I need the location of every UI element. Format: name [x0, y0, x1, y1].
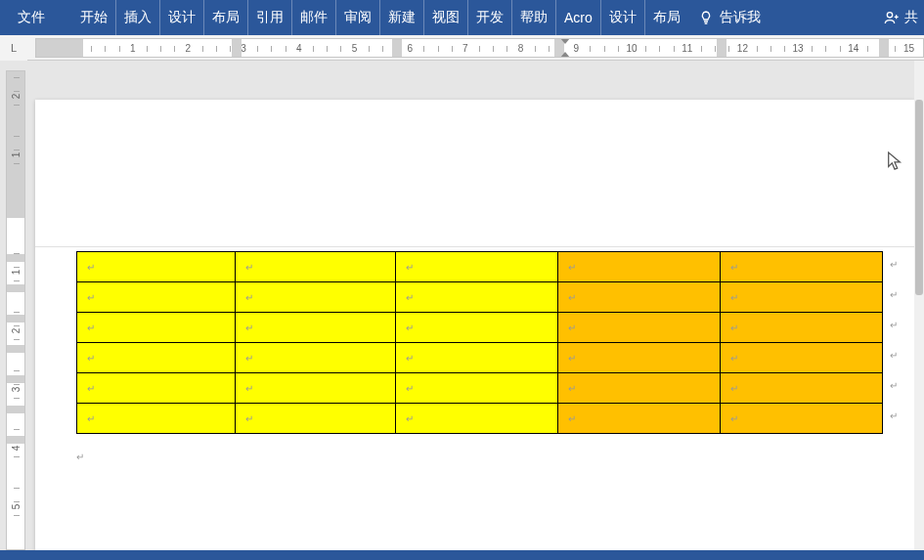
horizontal-ruler[interactable]: 123456789101112131415	[35, 38, 924, 58]
table-cell[interactable]: ↵	[236, 404, 396, 434]
tab-table-design[interactable]: 设计	[601, 0, 645, 35]
table-cell[interactable]: ↵	[236, 343, 396, 373]
tab-view[interactable]: 视图	[424, 0, 468, 35]
ruler-tick: 12	[737, 39, 747, 57]
table-cell[interactable]: ↵	[396, 282, 558, 313]
paragraph-mark: ↵	[406, 383, 414, 394]
paragraph-mark: ↵	[568, 292, 576, 303]
vertical-ruler[interactable]: 2112345	[6, 70, 25, 550]
table-cell[interactable]: ↵	[721, 313, 883, 343]
vertical-scrollbar[interactable]	[914, 61, 924, 550]
table-cell[interactable]: ↵	[558, 373, 721, 404]
spacer	[63, 0, 72, 35]
paragraph-mark: ↵	[730, 383, 738, 394]
paragraph-mark: ↵	[87, 262, 95, 273]
tab-home[interactable]: 开始	[72, 0, 116, 35]
table-cell[interactable]: ↵	[236, 282, 396, 313]
table-row[interactable]: ↵↵↵↵↵	[77, 282, 883, 313]
tab-file[interactable]: 文件	[0, 0, 63, 35]
table-cell[interactable]: ↵	[396, 343, 558, 373]
table-cell[interactable]: ↵	[77, 252, 236, 282]
svg-point-0	[887, 13, 892, 18]
document-page[interactable]: ↵↵↵↵↵↵↵↵↵↵↵↵↵↵↵↵↵↵↵↵↵↵↵↵↵↵↵↵↵↵ ↵ ↵↵↵↵↵↵	[35, 100, 914, 550]
ruler-tick: 9	[571, 39, 581, 57]
paragraph-mark: ↵	[245, 292, 253, 303]
table-row[interactable]: ↵↵↵↵↵	[77, 313, 883, 343]
table-cell[interactable]: ↵	[721, 252, 883, 282]
tab-developer[interactable]: 开发	[468, 0, 512, 35]
table-cell[interactable]: ↵	[77, 282, 236, 313]
paragraph-mark: ↵	[730, 292, 738, 303]
table-cell[interactable]: ↵	[236, 373, 396, 404]
ruler-tick: 14	[849, 39, 858, 57]
tab-selector[interactable]: L	[0, 35, 27, 61]
table-cell[interactable]: ↵	[721, 282, 883, 313]
row-end-mark: ↵	[890, 410, 898, 421]
ruler-tick: 5	[350, 39, 360, 57]
table-cell[interactable]: ↵	[396, 373, 558, 404]
tab-layout[interactable]: 布局	[204, 0, 248, 35]
lightbulb-icon	[698, 10, 714, 25]
paragraph-mark: ↵	[87, 292, 95, 303]
table-cell[interactable]: ↵	[721, 404, 883, 434]
scrollbar-thumb[interactable]	[915, 100, 923, 295]
paragraph-mark: ↵	[406, 323, 414, 333]
table-cell[interactable]: ↵	[77, 343, 236, 373]
paragraph-mark: ↵	[87, 353, 95, 364]
table-cell[interactable]: ↵	[558, 343, 721, 373]
ruler-tick: 13	[793, 39, 803, 57]
tab-design[interactable]: 设计	[160, 0, 204, 35]
tab-references[interactable]: 引用	[248, 0, 292, 35]
table-cell[interactable]: ↵	[396, 404, 558, 434]
ruler-tick: 8	[516, 39, 526, 57]
paragraph-mark: ↵	[730, 262, 738, 273]
row-end-mark: ↵	[890, 320, 898, 330]
paragraph-mark: ↵	[76, 452, 84, 462]
document-table[interactable]: ↵↵↵↵↵↵↵↵↵↵↵↵↵↵↵↵↵↵↵↵↵↵↵↵↵↵↵↵↵↵	[76, 251, 883, 434]
ruler-tick: 11	[682, 39, 692, 57]
table-cell[interactable]: ↵	[77, 373, 236, 404]
table-cell[interactable]: ↵	[558, 252, 721, 282]
row-end-mark: ↵	[890, 289, 898, 300]
paragraph-mark: ↵	[245, 413, 253, 424]
table-cell[interactable]: ↵	[396, 252, 558, 282]
ruler-tick: 6	[405, 39, 415, 57]
tab-insert[interactable]: 插入	[116, 0, 160, 35]
table-cell[interactable]: ↵	[77, 404, 236, 434]
table-cell[interactable]: ↵	[558, 313, 721, 343]
tab-acrobat[interactable]: Acro	[556, 0, 601, 35]
tell-me-label: 告诉我	[720, 9, 761, 26]
table-row[interactable]: ↵↵↵↵↵	[77, 373, 883, 404]
table-row[interactable]: ↵↵↵↵↵	[77, 343, 883, 373]
document-workspace: 2112345 ↵↵↵↵↵↵↵↵↵↵↵↵↵↵↵↵↵↵↵↵↵↵↵↵↵↵↵↵↵↵ ↵…	[0, 61, 924, 550]
table-cell[interactable]: ↵	[721, 373, 883, 404]
table-cell[interactable]: ↵	[558, 404, 721, 434]
tell-me-search[interactable]: 告诉我	[688, 0, 770, 35]
table-cell[interactable]: ↵	[236, 252, 396, 282]
paragraph-mark: ↵	[730, 323, 738, 333]
share-icon	[884, 10, 900, 25]
tab-new[interactable]: 新建	[380, 0, 424, 35]
table-cell[interactable]: ↵	[77, 313, 236, 343]
tab-review[interactable]: 审阅	[336, 0, 380, 35]
paragraph-mark: ↵	[87, 323, 95, 333]
paragraph-mark: ↵	[730, 353, 738, 364]
row-end-mark: ↵	[890, 350, 898, 361]
table-cell[interactable]: ↵	[396, 313, 558, 343]
paragraph-mark: ↵	[568, 262, 576, 273]
share-button[interactable]: 共	[878, 0, 924, 35]
table-cell[interactable]: ↵	[721, 343, 883, 373]
paragraph-mark: ↵	[406, 353, 414, 364]
paragraph-mark: ↵	[245, 262, 253, 273]
paragraph-mark: ↵	[87, 413, 95, 424]
table-row[interactable]: ↵↵↵↵↵	[77, 252, 883, 282]
tab-help[interactable]: 帮助	[512, 0, 556, 35]
cursor-icon	[886, 151, 903, 172]
paragraph-mark: ↵	[730, 413, 738, 424]
table-cell[interactable]: ↵	[558, 282, 721, 313]
ruler-tick: 2	[183, 39, 193, 57]
table-row[interactable]: ↵↵↵↵↵	[77, 404, 883, 434]
tab-mailings[interactable]: 邮件	[292, 0, 336, 35]
tab-table-layout[interactable]: 布局	[645, 0, 688, 35]
table-cell[interactable]: ↵	[236, 313, 396, 343]
